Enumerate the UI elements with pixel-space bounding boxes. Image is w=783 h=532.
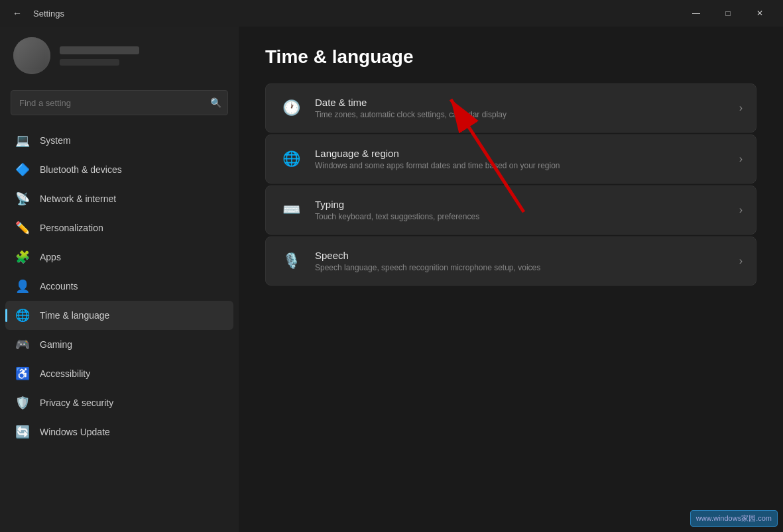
typing-desc: Touch keyboard, text suggestions, prefer…	[315, 212, 727, 221]
settings-item-typing[interactable]: ⌨️ Typing Touch keyboard, text suggestio…	[265, 186, 756, 235]
sidebar-item-label: Bluetooth & devices	[40, 164, 122, 175]
speech-desc: Speech language, speech recognition micr…	[315, 263, 727, 272]
gaming-icon: 🎮	[15, 337, 30, 352]
system-icon: 💻	[15, 133, 30, 148]
accounts-icon: 👤	[15, 278, 30, 294]
sidebar-item-privacy[interactable]: 🛡️ Privacy & security	[5, 388, 233, 417]
datetime-icon: 🕐	[279, 96, 303, 120]
typing-text: Typing Touch keyboard, text suggestions,…	[315, 199, 727, 221]
bluetooth-icon: 🔷	[15, 162, 30, 178]
typing-title: Typing	[315, 199, 727, 210]
avatar	[13, 37, 50, 74]
sidebar-item-apps[interactable]: 🧩 Apps	[5, 242, 233, 272]
sidebar: 🔍 💻 System 🔷 Bluetooth & devices 📡 Netwo…	[0, 27, 239, 532]
sidebar-item-gaming[interactable]: 🎮 Gaming	[5, 330, 233, 359]
datetime-desc: Time zones, automatic clock settings, ca…	[315, 110, 727, 119]
personalization-icon: ✏️	[15, 220, 30, 236]
language-text: Language & region Windows and some apps …	[315, 148, 727, 170]
title-bar: ← Settings — □ ✕	[0, 0, 783, 27]
sidebar-item-label: Time & language	[40, 310, 109, 321]
minimize-button[interactable]: —	[681, 3, 711, 24]
sidebar-item-accounts[interactable]: 👤 Accounts	[5, 272, 233, 301]
app-layout: 🔍 💻 System 🔷 Bluetooth & devices 📡 Netwo…	[0, 27, 783, 532]
sidebar-item-label: Windows Update	[40, 427, 110, 437]
close-button[interactable]: ✕	[745, 3, 775, 24]
sidebar-item-bluetooth[interactable]: 🔷 Bluetooth & devices	[5, 155, 233, 184]
sidebar-item-label: Accessibility	[40, 368, 90, 379]
sidebar-item-label: Accounts	[40, 281, 78, 292]
accessibility-icon: ♿	[15, 366, 30, 382]
sidebar-item-label: Apps	[40, 252, 61, 262]
watermark: www.windows家园.com	[690, 510, 778, 527]
network-icon: 📡	[15, 191, 30, 207]
language-icon: 🌐	[279, 147, 303, 171]
sidebar-item-time[interactable]: 🌐 Time & language	[5, 301, 233, 330]
language-desc: Windows and some apps format dates and t…	[315, 161, 727, 170]
user-name	[60, 46, 139, 54]
privacy-icon: 🛡️	[15, 395, 30, 411]
back-button[interactable]: ←	[8, 4, 27, 23]
sidebar-item-accessibility[interactable]: ♿ Accessibility	[5, 359, 233, 388]
language-title: Language & region	[315, 148, 727, 159]
main-content: Time & language 🕐 Date & time Time zones…	[239, 27, 783, 532]
typing-chevron: ›	[739, 204, 743, 216]
language-chevron: ›	[739, 153, 743, 165]
time-icon: 🌐	[15, 307, 30, 323]
speech-title: Speech	[315, 250, 727, 261]
sidebar-item-network[interactable]: 📡 Network & internet	[5, 184, 233, 213]
window-controls: — □ ✕	[681, 3, 775, 24]
user-profile[interactable]	[0, 27, 239, 85]
app-title: Settings	[33, 9, 64, 19]
speech-icon: 🎙️	[279, 249, 303, 273]
speech-text: Speech Speech language, speech recogniti…	[315, 250, 727, 272]
settings-item-speech[interactable]: 🎙️ Speech Speech language, speech recogn…	[265, 237, 756, 286]
sidebar-item-label: Network & internet	[40, 193, 116, 204]
page-title: Time & language	[265, 46, 756, 68]
sidebar-item-personalization[interactable]: ✏️ Personalization	[5, 213, 233, 242]
update-icon: 🔄	[15, 424, 30, 440]
datetime-text: Date & time Time zones, automatic clock …	[315, 97, 727, 119]
search-input[interactable]	[11, 90, 228, 115]
maximize-button[interactable]: □	[713, 3, 743, 24]
sidebar-item-system[interactable]: 💻 System	[5, 126, 233, 155]
settings-item-datetime[interactable]: 🕐 Date & time Time zones, automatic cloc…	[265, 83, 756, 133]
apps-icon: 🧩	[15, 249, 30, 265]
sidebar-item-label: Personalization	[40, 223, 103, 233]
title-bar-left: ← Settings	[8, 4, 64, 23]
sidebar-item-update[interactable]: 🔄 Windows Update	[5, 417, 233, 447]
search-box: 🔍	[11, 90, 228, 115]
user-email	[60, 59, 119, 66]
datetime-chevron: ›	[739, 102, 743, 114]
datetime-title: Date & time	[315, 97, 727, 108]
settings-list: 🕐 Date & time Time zones, automatic cloc…	[265, 83, 756, 286]
sidebar-item-label: System	[40, 135, 71, 146]
user-info	[60, 46, 139, 66]
typing-icon: ⌨️	[279, 198, 303, 222]
settings-item-language[interactable]: 🌐 Language & region Windows and some app…	[265, 134, 756, 184]
sidebar-item-label: Privacy & security	[40, 398, 113, 408]
speech-chevron: ›	[739, 255, 743, 267]
nav-list: 💻 System 🔷 Bluetooth & devices 📡 Network…	[0, 123, 239, 532]
sidebar-item-label: Gaming	[40, 339, 72, 350]
